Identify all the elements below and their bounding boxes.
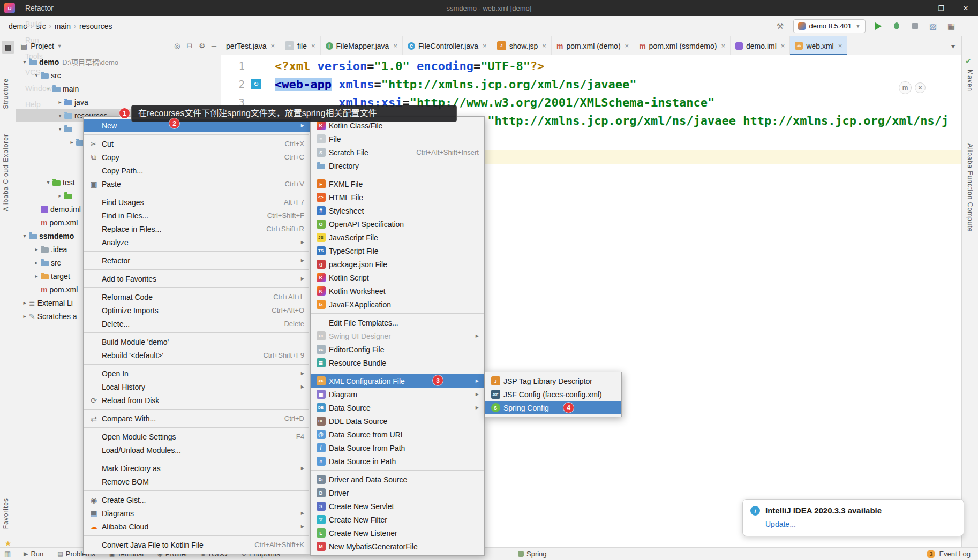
tab-web-xml[interactable]: <>web.xml× xyxy=(790,36,847,55)
menu-item-find-in-files[interactable]: Find in Files...Ctrl+Shift+F xyxy=(84,209,310,222)
menu-item-analyze[interactable]: Analyze▶ xyxy=(84,236,310,249)
menu-item-local-history[interactable]: Local History▶ xyxy=(84,380,310,393)
new-item-kotlin-script[interactable]: KKotlin Script xyxy=(311,271,484,284)
menu-item-compare-with[interactable]: ⇄Compare With...Ctrl+D xyxy=(84,412,310,425)
menu-build[interactable]: Build xyxy=(20,16,59,32)
new-item-driver-and-data-source[interactable]: DrDriver and Data Source xyxy=(311,473,484,486)
open-project-icon[interactable]: ▨ xyxy=(928,21,938,32)
update-link[interactable]: Update... xyxy=(765,520,956,528)
menu-item-convert-java-file-to-kotlin-file[interactable]: Convert Java File to Kotlin FileCtrl+Alt… xyxy=(84,538,310,551)
code-line[interactable]: 2<web-app xmlns="http://xmlns.jcp.org/xm… xyxy=(221,75,961,93)
new-item-typescript-file[interactable]: TSTypeScript File xyxy=(311,244,484,258)
menu-window[interactable]: Window xyxy=(20,80,59,96)
tree-chevron-icon[interactable]: ▸ xyxy=(32,246,41,252)
breadcrumb-resources[interactable]: resources xyxy=(79,22,112,31)
minimize-button[interactable]: — xyxy=(904,0,929,16)
new-item-driver[interactable]: DDriver xyxy=(311,486,484,500)
tab-pertest-java[interactable]: perTest.java× xyxy=(221,36,280,55)
menu-item-reload-from-disk[interactable]: ⟳Reload from Disk xyxy=(84,393,310,407)
xml-item-jsf-config-faces-config-xml[interactable]: JSFJSF Config (faces-config.xml) xyxy=(485,388,621,401)
close-icon[interactable]: × xyxy=(915,82,926,93)
menu-item-diagrams[interactable]: ▦Diagrams▶ xyxy=(84,506,310,520)
project-tool-window-button[interactable]: ▤ xyxy=(2,41,14,54)
favorites-tool-window-button[interactable]: Favorites xyxy=(2,498,10,529)
alibaba-cloud-explorer-tool-window-button[interactable]: Alibaba Cloud Explorer xyxy=(2,134,10,211)
gutter-reload-icon[interactable]: ↻ xyxy=(251,79,261,89)
new-item-data-source-in-path[interactable]: //Data Source in Path xyxy=(311,455,484,468)
alibaba-function-compute-tool-window-button[interactable]: Alibaba Function Compute xyxy=(966,143,974,232)
new-item-javascript-file[interactable]: JSJavaScript File xyxy=(311,231,484,244)
maven-tool-window-button[interactable]: Maven xyxy=(966,70,974,92)
menu-item-copy[interactable]: ⧉CopyCtrl+C xyxy=(84,150,310,164)
new-item-swing-ui-designer[interactable]: UISwing UI Designer▶ xyxy=(311,329,484,343)
new-item-create-new-listener[interactable]: LCreate New Listener xyxy=(311,526,484,540)
maven-download-icon[interactable]: m xyxy=(899,81,912,94)
new-item-new-mybatisgeneratorfile[interactable]: MNew MybatisGeneratorFile xyxy=(311,540,484,553)
event-log-item[interactable]: 3 Event Log xyxy=(927,550,971,558)
new-item-html-file[interactable]: <>HTML File xyxy=(311,191,484,204)
tree-chevron-icon[interactable]: ▾ xyxy=(56,112,64,118)
new-item-javafxapplication[interactable]: fxJavaFXApplication xyxy=(311,298,484,311)
run-button[interactable] xyxy=(873,21,884,32)
new-item-scratch-file[interactable]: SScratch FileCtrl+Alt+Shift+Insert xyxy=(311,146,484,159)
new-item-edit-file-templates[interactable]: Edit File Templates... xyxy=(311,316,484,329)
new-item-fxml-file[interactable]: FFXML File xyxy=(311,177,484,191)
new-item-diagram[interactable]: ▦Diagram▶ xyxy=(311,388,484,401)
close-tab-icon[interactable]: × xyxy=(838,42,842,50)
close-tab-icon[interactable]: × xyxy=(393,42,397,50)
menu-item-copy-path[interactable]: Copy Path... xyxy=(84,164,310,177)
code-line[interactable]: 1<?xml version="1.0" encoding="UTF-8"?> xyxy=(221,57,961,75)
menu-item-open-module-settings[interactable]: Open Module SettingsF4 xyxy=(84,430,310,443)
hide-panel-icon[interactable]: ─ xyxy=(212,42,216,50)
menu-vcs[interactable]: VCS xyxy=(20,64,59,80)
tree-chevron-icon[interactable]: ▸ xyxy=(56,193,64,199)
new-item-create-new-servlet[interactable]: SCreate New Servlet xyxy=(311,500,484,513)
new-item-xml-configuration-file[interactable]: <>XML Configuration File▶ xyxy=(311,374,484,388)
menu-item-optimize-imports[interactable]: Optimize ImportsCtrl+Alt+O xyxy=(84,304,310,317)
menu-item-mark-directory-as[interactable]: Mark Directory as▶ xyxy=(84,461,310,475)
tree-chevron-icon[interactable]: ▸ xyxy=(20,300,29,306)
tool-window-switcher-icon[interactable]: ▦ xyxy=(4,550,11,558)
locate-file-icon[interactable]: ◎ xyxy=(174,42,180,50)
hidden-tabs-icon[interactable]: ▾ xyxy=(945,36,961,55)
xml-item-jsp-tag-library-descriptor[interactable]: JJSP Tag Library Descriptor xyxy=(485,374,621,388)
tree-chevron-icon[interactable]: ▸ xyxy=(32,273,41,279)
tab-file[interactable]: ≡file× xyxy=(280,36,321,55)
menu-item-replace-in-files[interactable]: Replace in Files...Ctrl+Shift+R xyxy=(84,222,310,236)
tab-filecontroller-java[interactable]: CFileController.java× xyxy=(403,36,492,55)
stop-button[interactable] xyxy=(909,21,920,32)
new-item-data-source-from-path[interactable]: /Data Source from Path xyxy=(311,441,484,455)
menu-tools[interactable]: Tools xyxy=(20,48,59,64)
xml-item-spring-config[interactable]: SSpring Config xyxy=(485,401,621,414)
new-item-data-source-from-url[interactable]: @Data Source from URL xyxy=(311,428,484,441)
close-tab-icon[interactable]: × xyxy=(542,42,546,50)
menu-item-refactor[interactable]: Refactor▶ xyxy=(84,254,310,267)
menu-item-create-gist[interactable]: ◉Create Gist... xyxy=(84,493,310,506)
menu-item-paste[interactable]: ▣PasteCtrl+V xyxy=(84,177,310,191)
close-tab-icon[interactable]: × xyxy=(625,42,629,50)
close-tab-icon[interactable]: × xyxy=(483,42,487,50)
tab-filemapper-java[interactable]: IFileMapper.java× xyxy=(321,36,403,55)
menu-item-add-to-favorites[interactable]: Add to Favorites▶ xyxy=(84,272,310,285)
menu-item-alibaba-cloud[interactable]: ☁Alibaba Cloud▶ xyxy=(84,520,310,533)
close-tab-icon[interactable]: × xyxy=(721,42,725,50)
new-item-file[interactable]: ≡File xyxy=(311,132,484,146)
settings-icon[interactable]: ⚙ xyxy=(199,42,205,50)
new-item-directory[interactable]: Directory xyxy=(311,159,484,172)
tree-chevron-icon[interactable]: ▾ xyxy=(20,233,29,239)
close-button[interactable]: ✕ xyxy=(953,0,978,16)
run-configuration-select[interactable]: demo 8.5.401 ▼ xyxy=(793,19,866,33)
tab-pom-xml-ssmdemo[interactable]: mpom.xml (ssmdemo)× xyxy=(634,36,731,55)
tab-pom-xml-demo[interactable]: mpom.xml (demo)× xyxy=(552,36,634,55)
new-item-editorconfig-file[interactable]: ecEditorConfig File xyxy=(311,343,484,356)
tab-demo-iml[interactable]: demo.iml× xyxy=(731,36,790,55)
collapse-all-icon[interactable]: ⊟ xyxy=(186,42,192,50)
menu-refactor[interactable]: Refactor xyxy=(20,0,59,16)
new-item-create-new-filter[interactable]: ▽Create New Filter xyxy=(311,513,484,526)
tree-chevron-icon[interactable]: ▸ xyxy=(67,139,76,145)
menu-item-build-module-demo[interactable]: Build Module 'demo' xyxy=(84,335,310,349)
debug-button[interactable] xyxy=(891,21,902,32)
menu-item-reformat-code[interactable]: Reformat CodeCtrl+Alt+L xyxy=(84,290,310,304)
menu-item-remove-bom[interactable]: Remove BOM xyxy=(84,475,310,488)
menu-run[interactable]: Run xyxy=(20,32,59,48)
